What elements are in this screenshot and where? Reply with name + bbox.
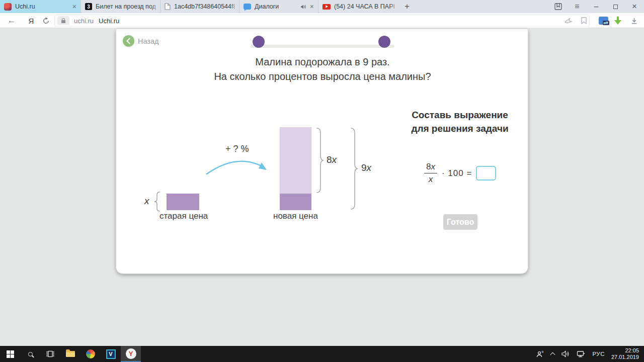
increase-arrow-icon [203,148,273,178]
bookmarks-panel-icon[interactable] [548,0,568,13]
start-button[interactable] [0,346,20,362]
window-controls: ≡ – × [548,0,644,13]
task-heading-line-2: для решения задачи [391,123,529,134]
v-app-button[interactable]: V [101,346,121,362]
search-button[interactable] [20,346,40,362]
windows-logo-icon [7,350,14,358]
clock-date: 27.01.2019 [611,354,639,360]
search-icon [28,352,33,356]
svg-text:R: R [542,350,544,353]
chat-favicon-icon [244,4,251,10]
frigate-off-badge: off [603,21,609,25]
yandex-home-button[interactable]: Я [25,13,37,28]
url-page-title: Uchi.ru [99,17,119,25]
speaker-icon [561,350,570,357]
color-ball-icon [86,349,95,358]
browser-toolbar: ← Я uchi.ru Uchi.ru off [0,13,644,28]
fraction-numerator: 8x [424,162,437,173]
task-view-icon [46,350,54,358]
tab-title: Билет на проезд подорож [96,3,156,10]
url-host: uchi.ru [74,17,94,25]
task-view-button[interactable] [40,346,60,362]
yandex-browser-icon: Y [126,348,136,359]
question-line-1: Малина подорожала в 9 раз. [116,56,529,68]
tab-uchi[interactable]: Uchi.ru × [0,0,80,13]
ssl-lock-icon[interactable] [57,16,69,25]
windows-taskbar: V Y R РУС [0,346,644,362]
new-price-bar-increase [280,127,311,194]
network-button[interactable] [573,346,589,362]
bookmark-flag-icon[interactable] [578,13,590,28]
progress-dot-current [253,36,265,48]
old-price-bar [167,194,199,210]
minimize-button[interactable]: – [587,0,606,13]
file-explorer-button[interactable] [60,346,80,362]
back-button[interactable]: ← [5,13,18,28]
tab-close-icon[interactable]: × [310,3,314,10]
progress-dot-end [378,36,390,48]
language-label: РУС [592,351,605,357]
tab-title: Диалоги [255,3,297,10]
answer-input[interactable] [476,166,496,180]
tab-document[interactable]: 1ac4db7f348640544f8f9c3c [160,0,239,13]
task-heading-line-1: Составь выражение [391,110,529,121]
folder-icon [66,351,75,357]
tray-expand-button[interactable] [547,346,558,362]
tab-title-fade [151,0,160,13]
lesson-card: Назад Малина подорожала в 9 раз. На скол… [116,29,528,274]
language-switcher[interactable]: РУС [589,346,608,362]
x-label: x [144,196,149,207]
new-tab-button[interactable]: + [398,0,416,13]
people-icon: R [536,350,544,358]
frigate-extension-icon[interactable]: off [597,13,610,28]
close-button[interactable]: × [625,0,644,13]
tab-title-fade [230,0,239,13]
progress-track [251,45,394,48]
tab-title: Uchi.ru [15,3,69,10]
color-ball-app-button[interactable] [80,346,101,362]
fraction: 8x x [424,162,437,185]
lesson-back-button[interactable]: Назад [123,35,159,47]
question-line-2: На сколько процентов выросла цена малины… [116,71,529,82]
tab-close-icon[interactable]: × [72,3,76,10]
eight-x-label: 8x [327,154,337,165]
back-chevron-icon [123,35,134,47]
times-100-equals-label: · 100 = [442,168,472,178]
fraction-denominator: x [429,173,433,185]
tab-ticket[interactable]: 3 Билет на проезд подорож [80,0,160,13]
v-app-icon: V [106,349,116,359]
address-bar[interactable]: uchi.ru Uchi.ru [54,15,590,27]
restore-button[interactable] [606,0,625,13]
yandex-browser-button[interactable]: Y [121,346,141,362]
menu-icon[interactable]: ≡ [568,0,587,13]
network-icon [577,350,585,357]
old-price-label: старая цена [159,211,208,221]
channel3-favicon-icon: 3 [85,3,92,10]
page-content: Назад Малина подорожала в 9 раз. На скол… [0,28,644,346]
back-label: Назад [138,37,159,45]
clock-button[interactable]: 22:05 27.01.2019 [608,346,644,362]
tab-youtube[interactable]: (54) 24 ЧАСА В ПАРКЕ РАЗ [318,0,398,13]
volume-button[interactable] [558,346,573,362]
tab-dialogs[interactable]: Диалоги × [239,0,318,13]
people-button[interactable]: R [532,346,547,362]
turbo-mode-icon[interactable] [562,13,575,28]
new-price-label: новая цена [273,211,318,221]
reload-button[interactable] [39,13,52,28]
system-tray: R РУС 22:05 27.01.2019 [532,346,644,362]
new-price-bar-base [280,194,311,210]
browser-tab-bar: Uchi.ru × 3 Билет на проезд подорож 1ac4… [0,0,644,13]
downloads-button[interactable] [627,13,641,28]
document-favicon-icon [165,3,171,10]
done-button[interactable]: Готово [443,214,477,230]
nine-x-brace [350,127,359,210]
tab-title: 1ac4db7f348640544f8f9c3c [174,3,235,10]
tab-title: (54) 24 ЧАСА В ПАРКЕ РАЗ [334,3,394,10]
eight-x-brace [315,127,325,194]
savefrom-extension-icon[interactable] [611,13,625,28]
clock-time: 22:05 [625,347,639,354]
nine-x-label: 9x [361,162,371,173]
chevron-up-icon [550,352,555,357]
uchi-favicon-icon [4,3,12,11]
tab-audio-icon[interactable] [300,4,306,10]
